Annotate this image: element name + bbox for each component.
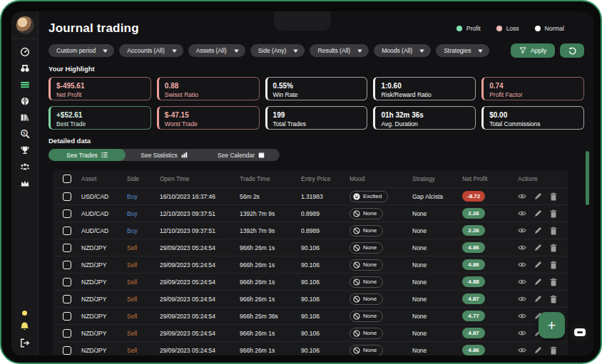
side-cell: Buy — [127, 193, 160, 200]
view-eye-icon[interactable] — [518, 210, 526, 217]
dashboard-icon[interactable] — [19, 46, 31, 58]
net-profit-badge: 4.87 — [462, 328, 485, 338]
view-eye-icon[interactable] — [518, 279, 526, 285]
journal-menu-icon[interactable] — [19, 79, 31, 90]
asset-cell: NZD/JPY — [81, 279, 127, 286]
view-eye-icon[interactable] — [518, 330, 526, 336]
view-eye-icon[interactable] — [518, 296, 526, 302]
edit-pencil-icon[interactable] — [534, 261, 542, 269]
view-eye-icon[interactable] — [518, 227, 526, 234]
community-icon[interactable] — [19, 161, 31, 172]
row-checkbox[interactable] — [63, 192, 71, 201]
view-eye-icon[interactable] — [518, 193, 526, 199]
see-trades[interactable]: See Trades — [49, 149, 126, 161]
edit-pencil-icon[interactable] — [534, 244, 542, 251]
filter-label: Results (All) — [317, 47, 350, 54]
mood-icon — [353, 330, 360, 337]
filter-dropdown[interactable]: Assets (All) — [188, 44, 245, 57]
mood-icon — [353, 227, 360, 234]
add-trade-button[interactable]: + — [539, 312, 565, 338]
strategy-cell: Gap Alcista — [412, 193, 462, 200]
mood-label: None — [363, 313, 377, 319]
row-checkbox[interactable] — [63, 244, 71, 252]
select-all-checkbox[interactable] — [63, 175, 71, 183]
stat-card: $0.00 Total Commissions — [481, 106, 584, 130]
chevron-down-icon — [172, 49, 177, 53]
legend-dot-icon — [456, 26, 462, 31]
delete-trash-icon[interactable] — [550, 227, 557, 235]
palette-icon[interactable] — [19, 112, 31, 123]
mood-icon — [353, 347, 360, 354]
row-checkbox[interactable] — [63, 209, 71, 218]
row-checkbox[interactable] — [63, 261, 71, 269]
filter-dropdown[interactable]: Side (Any) — [250, 44, 305, 57]
filter-dropdown[interactable]: Strategies — [436, 44, 489, 57]
legend-item: Profit — [456, 25, 481, 32]
open-time-cell: 29/09/2023 05:24:54 — [160, 347, 240, 354]
view-eye-icon[interactable] — [518, 244, 526, 251]
row-checkbox[interactable] — [63, 278, 71, 286]
row-checkbox[interactable] — [63, 312, 71, 321]
row-checkbox[interactable] — [63, 227, 71, 235]
filter-dropdown[interactable]: Custom period — [49, 44, 114, 57]
mood-label: None — [363, 244, 377, 251]
vertical-scrollbar[interactable] — [586, 151, 589, 205]
mood-badge: None — [350, 259, 383, 271]
edit-pencil-icon[interactable] — [534, 227, 542, 234]
row-checkbox[interactable] — [63, 295, 71, 303]
see-statistics[interactable]: See Statistics — [126, 149, 203, 161]
search-dollar-icon[interactable]: $ — [19, 128, 31, 140]
table-row: AUD/CAD Buy 12/10/2023 09:37:51 1392h 7m… — [53, 222, 568, 239]
delete-trash-icon[interactable] — [550, 261, 557, 269]
crown-icon[interactable] — [19, 177, 31, 189]
stat-value: +$52.61 — [56, 111, 145, 120]
delete-trash-icon[interactable] — [550, 346, 557, 355]
mood-label: None — [363, 347, 377, 353]
mood-badge: None — [350, 311, 383, 322]
asset-cell: NZD/JPY — [81, 261, 127, 269]
row-checkbox[interactable] — [63, 346, 71, 355]
see-calendar[interactable]: See Calendar — [203, 149, 280, 161]
strategy-cell: None — [412, 330, 462, 337]
filter-label: Side (Any) — [258, 47, 287, 54]
delete-trash-icon[interactable] — [550, 192, 557, 201]
trade-time-cell: 56m 2s — [240, 193, 301, 200]
bell-icon[interactable] — [19, 321, 31, 332]
delete-trash-icon[interactable] — [550, 295, 557, 303]
edit-pencil-icon[interactable] — [534, 346, 542, 354]
logout-icon[interactable] — [19, 337, 31, 348]
asset-cell: NZD/JPY — [81, 296, 127, 303]
chevron-down-icon — [419, 49, 424, 53]
stat-card: $-495.61 Net Profit — [49, 77, 151, 100]
entry-price-cell: 0.8989 — [301, 210, 350, 217]
filter-label: Accounts (All) — [127, 47, 164, 54]
view-eye-icon[interactable] — [518, 261, 526, 268]
delete-trash-icon[interactable] — [550, 244, 557, 252]
edit-pencil-icon[interactable] — [534, 192, 542, 200]
view-eye-icon[interactable] — [518, 347, 526, 353]
delete-trash-icon[interactable] — [550, 278, 557, 286]
delete-trash-icon[interactable] — [550, 209, 557, 218]
filter-dropdown[interactable]: Moods (All) — [374, 44, 431, 57]
side-cell: Sell — [127, 279, 160, 286]
reset-filters-button[interactable] — [560, 43, 584, 58]
view-eye-icon[interactable] — [518, 313, 526, 319]
edit-pencil-icon[interactable] — [534, 278, 542, 286]
open-time-cell: 29/09/2023 05:24:54 — [160, 261, 240, 269]
row-actions — [518, 209, 568, 218]
binoculars-icon[interactable] — [19, 63, 31, 74]
mood-badge: None — [350, 242, 383, 254]
table-row: NZD/JPY Sell 29/09/2023 05:24:54 966h 26… — [53, 256, 568, 273]
row-checkbox[interactable] — [63, 329, 71, 338]
edit-pencil-icon[interactable] — [534, 295, 542, 303]
apply-button[interactable]: Apply — [511, 43, 555, 58]
edit-pencil-icon[interactable] — [534, 209, 542, 217]
trophy-icon[interactable] — [19, 145, 31, 156]
net-profit-badge: 4.86 — [462, 259, 485, 270]
filter-dropdown[interactable]: Accounts (All) — [119, 44, 183, 57]
brain-icon[interactable] — [19, 95, 31, 107]
stat-card: 0.55% Win Rate — [265, 77, 368, 100]
avatar[interactable] — [16, 16, 34, 34]
filter-dropdown[interactable]: Results (All) — [310, 44, 369, 57]
chat-widget-button[interactable] — [570, 323, 589, 342]
